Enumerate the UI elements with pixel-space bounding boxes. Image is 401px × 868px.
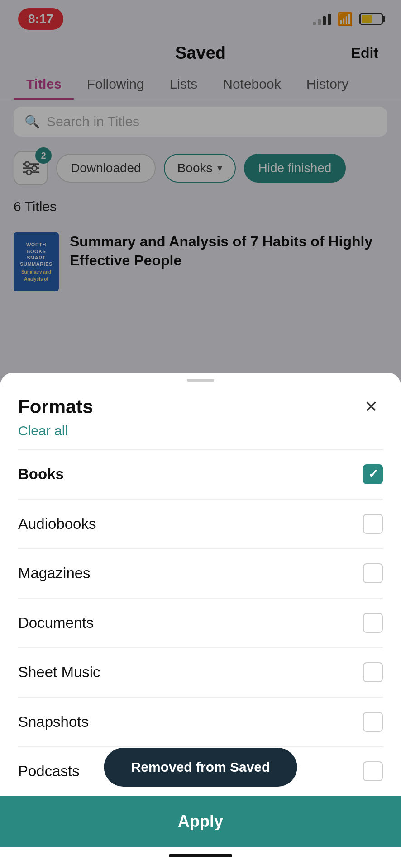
format-item-sheet-music[interactable]: Sheet Music <box>0 648 401 697</box>
format-item-magazines[interactable]: Magazines <box>0 549 401 598</box>
format-label-podcasts: Podcasts <box>18 763 80 780</box>
format-label-documents: Documents <box>18 614 94 632</box>
close-icon: ✕ <box>364 397 378 416</box>
checkbox-books[interactable]: ✓ <box>363 464 383 484</box>
checkbox-podcasts[interactable] <box>363 761 383 781</box>
format-label-books: Books <box>18 466 64 483</box>
toast-notification: Removed from Saved <box>104 748 297 787</box>
home-indicator <box>0 847 401 868</box>
home-bar <box>169 854 232 857</box>
format-item-snapshots[interactable]: Snapshots <box>0 698 401 746</box>
format-label-snapshots: Snapshots <box>18 713 89 731</box>
format-label-magazines: Magazines <box>18 565 91 582</box>
checkbox-documents[interactable] <box>363 613 383 633</box>
apply-button[interactable]: Apply <box>0 796 401 847</box>
format-item-books[interactable]: Books ✓ <box>0 450 401 499</box>
format-item-documents[interactable]: Documents <box>0 599 401 647</box>
checkbox-sheet-music[interactable] <box>363 662 383 682</box>
format-label-audiobooks: Audiobooks <box>18 515 96 533</box>
checkmark-icon: ✓ <box>368 468 378 481</box>
checkbox-audiobooks[interactable] <box>363 514 383 534</box>
formats-bottom-sheet: Formats ✕ Clear all Books ✓ Audiobooks M… <box>0 373 401 868</box>
close-button[interactable]: ✕ <box>359 395 383 419</box>
checkbox-snapshots[interactable] <box>363 712 383 732</box>
checkbox-magazines[interactable] <box>363 563 383 583</box>
format-label-sheet-music: Sheet Music <box>18 664 100 681</box>
clear-all-button[interactable]: Clear all <box>0 423 401 449</box>
sheet-title: Formats <box>18 396 93 418</box>
sheet-header: Formats ✕ <box>0 382 401 423</box>
format-item-audiobooks[interactable]: Audiobooks <box>0 500 401 548</box>
